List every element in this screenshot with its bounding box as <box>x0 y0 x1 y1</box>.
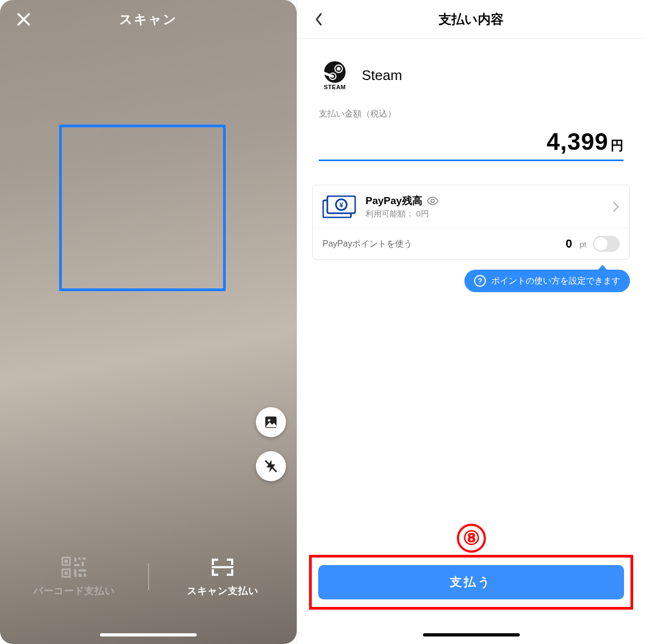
mode-barcode-label: バーコード支払い <box>33 584 115 597</box>
balance-row[interactable]: ¥ PayPay残高 利用可能額： 0円 <box>313 185 629 228</box>
merchant-row: STEAM Steam <box>297 39 645 103</box>
tooltip-text: ポイントの使い方を設定できます <box>491 276 620 287</box>
tooltip-wrap: ? ポイントの使い方を設定できます <box>297 260 645 292</box>
points-row: PayPayポイントを使う 0 pt <box>313 228 629 259</box>
amount-unit: 円 <box>611 137 624 154</box>
points-unit: pt <box>579 240 586 249</box>
svg-point-1 <box>268 419 270 422</box>
svg-point-21 <box>332 75 334 78</box>
amount-value: 4,399 <box>547 128 608 155</box>
yen-bill-icon: ¥ <box>322 196 356 218</box>
flash-off-icon <box>263 459 278 474</box>
payment-title: 支払い内容 <box>329 11 634 28</box>
svg-rect-8 <box>78 558 81 560</box>
payment-header: 支払い内容 <box>297 0 645 39</box>
home-indicator <box>423 633 520 636</box>
amount-section: 支払い金額（税込） 4,399 円 <box>297 103 645 161</box>
help-icon: ? <box>474 275 486 287</box>
pay-button[interactable]: 支払う <box>318 565 624 599</box>
svg-rect-15 <box>84 574 86 577</box>
scan-corners-icon <box>210 556 235 578</box>
svg-rect-6 <box>64 571 68 575</box>
amount-label: 支払い金額（税込） <box>319 108 624 120</box>
svg-point-26 <box>431 199 434 202</box>
flash-button[interactable] <box>256 451 286 481</box>
chevron-left-icon <box>313 12 324 27</box>
steam-icon <box>323 60 347 84</box>
scan-frame <box>59 125 226 291</box>
svg-point-17 <box>324 61 346 83</box>
mode-scan-label: スキャン支払い <box>187 584 259 597</box>
image-icon <box>263 415 278 430</box>
svg-rect-7 <box>74 558 76 562</box>
mode-scan[interactable]: スキャン支払い <box>149 556 297 597</box>
annotation-8: ⑧ <box>457 524 486 553</box>
close-icon <box>16 12 31 27</box>
points-label: PayPayポイントを使う <box>322 238 559 250</box>
points-value: 0 <box>565 237 572 251</box>
gallery-button[interactable] <box>256 407 286 437</box>
balance-title: PayPay残高 <box>366 194 422 208</box>
points-toggle[interactable] <box>593 236 620 252</box>
scan-screen: スキャン バーコード支払い <box>0 0 297 644</box>
home-indicator <box>100 633 197 636</box>
chevron-right-icon <box>612 201 620 213</box>
svg-rect-10 <box>74 564 80 566</box>
scan-side-buttons <box>256 407 286 481</box>
back-button[interactable] <box>308 9 329 30</box>
svg-rect-12 <box>74 569 76 577</box>
svg-rect-14 <box>78 574 82 577</box>
eye-icon <box>427 197 439 205</box>
mode-barcode[interactable]: バーコード支払い <box>0 556 148 597</box>
svg-rect-4 <box>64 560 68 563</box>
balance-sub: 利用可能額： 0円 <box>366 209 603 219</box>
svg-point-19 <box>337 67 341 71</box>
steam-logo: STEAM <box>319 60 351 90</box>
svg-text:¥: ¥ <box>339 201 343 209</box>
qr-icon <box>61 556 87 578</box>
merchant-name: Steam <box>362 67 402 84</box>
scan-title: スキャン <box>34 11 284 28</box>
steam-logo-text: STEAM <box>324 84 346 90</box>
amount-row: 4,399 円 <box>319 120 624 161</box>
close-button[interactable] <box>13 9 34 30</box>
payment-method-card: ¥ PayPay残高 利用可能額： 0円 PayPayポイントを使う 0 pt <box>312 185 630 260</box>
scan-header: スキャン <box>0 0 297 39</box>
svg-rect-11 <box>82 562 84 566</box>
pay-mode-bar: バーコード支払い スキャン支払い <box>0 542 297 612</box>
svg-rect-9 <box>83 558 86 560</box>
payment-screen: 支払い内容 STEAM Steam 支払い金額（税込） 4,399 円 ¥ Pa… <box>297 0 645 644</box>
annotation-box-8: 支払う <box>309 555 633 610</box>
points-tooltip[interactable]: ? ポイントの使い方を設定できます <box>464 270 630 292</box>
svg-rect-13 <box>78 569 86 571</box>
